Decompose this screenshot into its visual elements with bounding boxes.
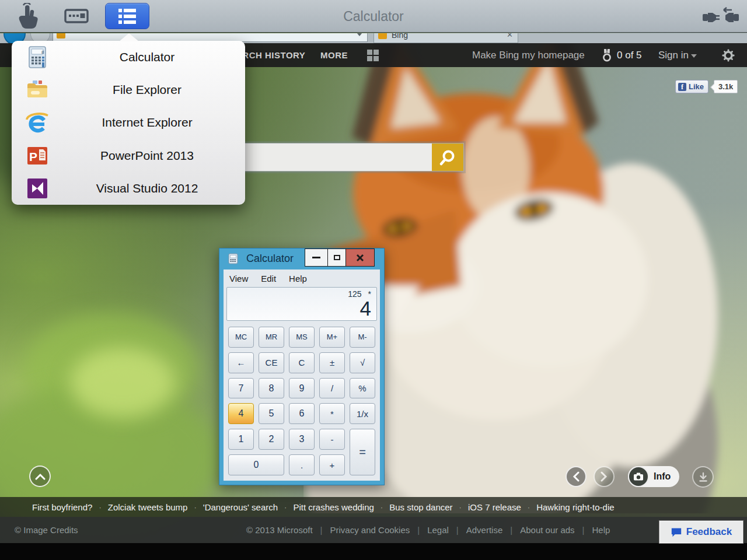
next-image-button[interactable] bbox=[594, 466, 615, 487]
ticker-item[interactable]: Zolciak tweets bump bbox=[108, 502, 188, 512]
menu-edit[interactable]: Edit bbox=[261, 274, 276, 284]
calc-key-percent[interactable]: % bbox=[350, 378, 375, 399]
menu-item-powerpoint[interactable]: P PowerPoint 2013 bbox=[12, 139, 245, 172]
chevron-up-icon bbox=[35, 473, 46, 480]
site-favicon bbox=[57, 33, 65, 38]
ticker-separator: · bbox=[194, 503, 196, 512]
close-icon bbox=[356, 254, 364, 262]
close-button[interactable] bbox=[345, 249, 375, 267]
calc-key-reciprocal[interactable]: 1/x bbox=[350, 403, 375, 424]
menu-item-label: PowerPoint 2013 bbox=[56, 149, 238, 163]
like-label: Like bbox=[689, 82, 704, 91]
menu-item-calculator[interactable]: 8 Calculator bbox=[12, 41, 245, 74]
menu-view[interactable]: View bbox=[229, 274, 248, 284]
maximize-icon bbox=[334, 255, 340, 260]
tiles-icon[interactable] bbox=[366, 49, 379, 62]
calc-key-negate[interactable]: ± bbox=[319, 352, 345, 373]
menu-help[interactable]: Help bbox=[289, 274, 307, 284]
settings-gear-icon[interactable] bbox=[721, 48, 735, 62]
download-image-button[interactable] bbox=[692, 466, 714, 488]
calc-key-8[interactable]: 8 bbox=[259, 378, 284, 399]
menu-item-internet-explorer[interactable]: Internet Explorer bbox=[12, 106, 245, 139]
calc-key-minus[interactable]: - bbox=[319, 429, 345, 450]
disconnect-icon[interactable] bbox=[701, 6, 740, 28]
like-button[interactable]: f Like bbox=[675, 80, 708, 93]
ticker-item[interactable]: Bus stop dancer bbox=[389, 502, 452, 512]
calc-key-sqrt[interactable]: √ bbox=[350, 352, 375, 373]
image-info-control[interactable]: Info bbox=[628, 466, 679, 487]
nav-more[interactable]: MORE bbox=[320, 43, 348, 67]
ticker-item[interactable]: Hawking right-to-die bbox=[536, 502, 614, 512]
calc-key-0[interactable]: 0 bbox=[228, 454, 284, 475]
calc-key-mminus[interactable]: M- bbox=[350, 327, 375, 348]
calc-key-divide[interactable]: / bbox=[319, 378, 345, 399]
calc-key-mc[interactable]: MC bbox=[228, 327, 254, 348]
footer-separator: | bbox=[510, 525, 512, 535]
tab-title: Bing bbox=[392, 33, 408, 40]
calculator-icon: 8 bbox=[26, 46, 49, 69]
calc-key-ms[interactable]: MS bbox=[289, 327, 315, 348]
calc-key-equals[interactable]: = bbox=[350, 429, 375, 475]
app-menu-caret bbox=[119, 33, 139, 41]
calc-key-decimal[interactable]: . bbox=[289, 454, 315, 475]
search-button[interactable] bbox=[432, 144, 463, 171]
ticker-item[interactable]: 'Dangerous' search bbox=[203, 502, 278, 512]
menu-item-label: Internet Explorer bbox=[56, 116, 238, 130]
calculator-window-icon bbox=[228, 253, 239, 264]
ticker-separator: · bbox=[528, 503, 530, 512]
calc-key-multiply[interactable]: * bbox=[319, 403, 345, 424]
calculator-window[interactable]: Calculator View Edit Help 125 * 4 MC MR bbox=[219, 248, 385, 485]
calc-key-3[interactable]: 3 bbox=[289, 429, 315, 450]
visual-studio-icon bbox=[26, 177, 49, 200]
calc-key-4-active[interactable]: 4 bbox=[228, 403, 254, 424]
menu-item-file-explorer[interactable]: File Explorer bbox=[12, 74, 245, 106]
menu-item-visual-studio[interactable]: Visual Studio 2012 bbox=[12, 172, 245, 205]
previous-image-button[interactable] bbox=[566, 466, 587, 487]
scroll-top-button[interactable] bbox=[29, 466, 51, 487]
rewards-count[interactable]: 0 of 5 bbox=[617, 43, 642, 67]
maximize-button[interactable] bbox=[327, 249, 346, 267]
calc-key-c[interactable]: C bbox=[289, 352, 315, 373]
feedback-button[interactable]: Feedback bbox=[659, 521, 743, 543]
calc-key-mplus[interactable]: M+ bbox=[319, 327, 345, 348]
ticker-item[interactable]: First boyfriend? bbox=[32, 502, 92, 512]
tab-close-icon[interactable]: ✕ bbox=[507, 33, 513, 39]
ticker-item[interactable]: Pitt crashes wedding bbox=[293, 502, 374, 512]
ticker-separator: · bbox=[99, 503, 101, 512]
footer-link-about-ads[interactable]: About our ads bbox=[520, 525, 574, 535]
calc-key-1[interactable]: 1 bbox=[228, 429, 254, 450]
chevron-left-icon bbox=[573, 471, 580, 482]
footer-link-legal[interactable]: Legal bbox=[427, 525, 449, 535]
calc-key-mr[interactable]: MR bbox=[259, 327, 284, 348]
make-homepage-link[interactable]: Make Bing my homepage bbox=[472, 43, 585, 67]
calc-key-plus[interactable]: + bbox=[319, 454, 345, 475]
menu-item-label: Calculator bbox=[56, 50, 238, 64]
calculator-window-title: Calculator bbox=[246, 253, 294, 265]
address-dropdown-icon[interactable] bbox=[357, 33, 362, 36]
internet-explorer-icon bbox=[26, 111, 49, 134]
minimize-button[interactable] bbox=[305, 249, 328, 267]
footer-link-privacy[interactable]: Privacy and Cookies bbox=[330, 525, 410, 535]
tab-favicon bbox=[378, 33, 387, 39]
browser-tab-bing[interactable]: Bing ✕ bbox=[374, 33, 518, 43]
calc-key-backspace[interactable]: ← bbox=[228, 352, 254, 373]
calc-key-5[interactable]: 5 bbox=[259, 403, 284, 424]
calc-key-7[interactable]: 7 bbox=[228, 378, 254, 399]
ticker-item[interactable]: iOS 7 release bbox=[468, 502, 521, 512]
calc-key-2[interactable]: 2 bbox=[259, 429, 284, 450]
remote-session-toolbar: Calculator bbox=[0, 0, 747, 33]
chevron-right-icon bbox=[601, 471, 608, 482]
calculator-display: 125 * 4 bbox=[226, 287, 377, 321]
image-credits-link[interactable]: © Image Credits bbox=[15, 517, 78, 543]
footer-link-help[interactable]: Help bbox=[592, 525, 610, 535]
calc-key-6[interactable]: 6 bbox=[289, 403, 315, 424]
news-ticker: First boyfriend?· Zolciak tweets bump· '… bbox=[0, 497, 747, 517]
sign-in-link[interactable]: Sign in bbox=[658, 43, 689, 67]
calculator-body: View Edit Help 125 * 4 MC MR MS M+ M- ← … bbox=[224, 270, 380, 481]
footer-link-advertise[interactable]: Advertise bbox=[466, 525, 503, 535]
calculator-titlebar[interactable]: Calculator bbox=[219, 249, 384, 270]
calc-key-9[interactable]: 9 bbox=[289, 378, 315, 399]
calc-key-ce[interactable]: CE bbox=[259, 352, 284, 373]
calculator-keypad: MC MR MS M+ M- ← CE C ± √ 7 8 9 / % 4 5 … bbox=[228, 327, 375, 475]
sign-in-chevron-icon bbox=[691, 54, 697, 58]
